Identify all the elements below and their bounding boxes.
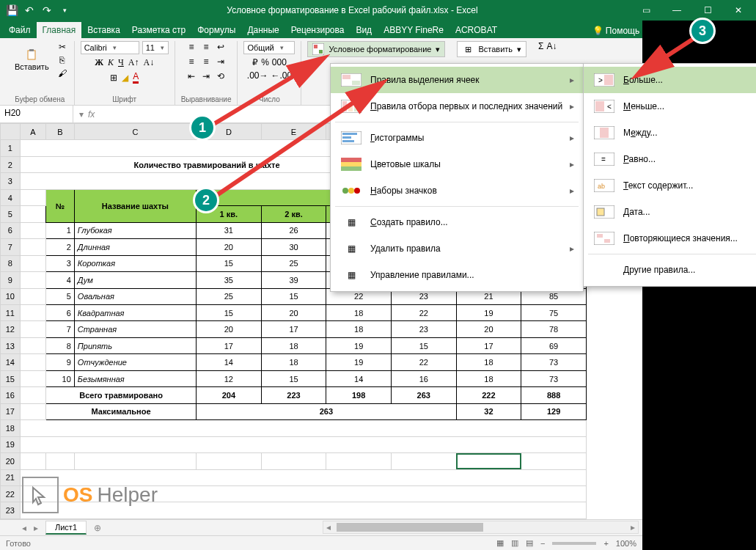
align-center-icon[interactable]: ≡ xyxy=(200,56,212,67)
submenu-duplicate-values[interactable]: Повторяющиеся значения... xyxy=(584,225,756,252)
percent-icon[interactable]: % xyxy=(261,57,269,67)
active-cell[interactable] xyxy=(456,453,521,469)
align-mid-icon[interactable]: ≡ xyxy=(200,41,212,53)
submenu-equal-to[interactable]: = Равно... xyxy=(584,146,756,172)
minimize-button[interactable]: — xyxy=(662,1,691,19)
comma-icon[interactable]: 000 xyxy=(272,57,287,67)
save-button[interactable]: 💾 xyxy=(4,3,19,18)
col-header[interactable]: E xyxy=(261,124,326,140)
tab-insert[interactable]: Вставка xyxy=(81,22,126,38)
col-header[interactable]: A xyxy=(20,124,45,140)
menu-color-scales[interactable]: Цветовые шкалы▸ xyxy=(331,151,583,177)
bold-button[interactable]: Ж xyxy=(95,57,103,68)
svg-text:>: > xyxy=(598,76,603,84)
highlight-cells-submenu: > Больше... < Меньше... Между... = Равно… xyxy=(583,63,756,287)
underline-button[interactable]: Ч xyxy=(118,57,124,68)
fill-color-icon[interactable]: ◢ xyxy=(122,73,128,83)
ribbon-options-icon[interactable]: ▭ xyxy=(631,1,661,19)
sheet-nav-prev[interactable]: ◂ xyxy=(22,523,26,533)
submenu-greater-than[interactable]: > Больше... xyxy=(584,67,756,93)
zoom-in-button[interactable]: + xyxy=(603,539,608,548)
font-color-icon[interactable]: A xyxy=(133,71,139,84)
zoom-out-button[interactable]: − xyxy=(540,539,545,548)
databars-icon xyxy=(340,131,363,145)
menu-new-rule[interactable]: ▦Создать правило... xyxy=(331,209,583,235)
tab-file[interactable]: Файл xyxy=(3,22,37,38)
wrap-text-icon[interactable]: ↩ xyxy=(215,41,227,53)
redo-button[interactable]: ↷ xyxy=(40,3,54,18)
submenu-more-rules[interactable]: Другие правила... xyxy=(584,257,756,283)
font-name-combo[interactable]: Calibri xyxy=(81,41,139,54)
zoom-slider[interactable] xyxy=(552,542,596,545)
col-header[interactable]: C xyxy=(74,124,196,140)
col-header[interactable]: B xyxy=(46,124,75,140)
currency-icon[interactable]: ₽ xyxy=(252,57,258,67)
sheet-tab[interactable]: Лист1 xyxy=(45,521,87,535)
align-left-icon[interactable]: ≡ xyxy=(186,56,197,67)
dec-decimal-icon[interactable]: ←.00 xyxy=(271,70,292,81)
sort-filter-icon[interactable]: A↓ xyxy=(547,41,557,51)
fx-icon[interactable]: fx xyxy=(88,109,95,120)
add-sheet-button[interactable]: ⊕ xyxy=(88,521,107,535)
tab-view[interactable]: Вид xyxy=(350,22,378,38)
italic-button[interactable]: К xyxy=(108,57,114,68)
svg-rect-10 xyxy=(348,104,353,111)
tab-abbyy[interactable]: ABBYY FineRe xyxy=(378,22,449,38)
qat-dropdown[interactable]: ▾ xyxy=(57,3,72,18)
tab-acrobat[interactable]: ACROBAT xyxy=(449,22,503,38)
submenu-text-contains[interactable]: ab Текст содержит... xyxy=(584,172,756,199)
fx-dropdown-icon[interactable]: ▾ xyxy=(79,109,84,120)
horizontal-scrollbar[interactable]: ◂▸ xyxy=(323,521,639,534)
conditional-formatting-button[interactable]: Условное форматирование▾ xyxy=(307,41,445,57)
maximize-button[interactable]: ☐ xyxy=(693,1,722,19)
menu-icon-sets[interactable]: Наборы значков▸ xyxy=(331,177,583,204)
indent-dec-icon[interactable]: ⇤ xyxy=(186,70,197,82)
zoom-level[interactable]: 100% xyxy=(616,539,636,548)
undo-button[interactable]: ↶ xyxy=(22,3,37,18)
sheet-nav-next[interactable]: ▸ xyxy=(34,523,38,533)
tab-formulas[interactable]: Формулы xyxy=(191,22,241,38)
submenu-less-than[interactable]: < Меньше... xyxy=(584,93,756,120)
inc-decimal-icon[interactable]: .00→ xyxy=(247,70,268,81)
svg-rect-14 xyxy=(342,136,351,139)
tell-me[interactable]: 💡 Помощь xyxy=(592,26,639,36)
tab-review[interactable]: Рецензирова xyxy=(285,22,351,38)
new-rule-icon: ▦ xyxy=(340,215,363,230)
view-break-icon[interactable]: ▤ xyxy=(526,538,533,548)
tab-home[interactable]: Главная xyxy=(37,22,82,38)
view-normal-icon[interactable]: ▦ xyxy=(496,538,504,548)
align-top-icon[interactable]: ≡ xyxy=(186,41,197,53)
submenu-date-occurring[interactable]: Дата... xyxy=(584,199,756,225)
insert-cells-button[interactable]: ⊞ Вставить▾ xyxy=(457,41,526,57)
menu-top-bottom[interactable]: Правила отбора первых и последних значен… xyxy=(331,93,583,120)
indent-inc-icon[interactable]: ⇥ xyxy=(200,70,212,82)
menu-manage-rules[interactable]: ▦Управление правилами... xyxy=(331,262,583,288)
close-button[interactable]: ✕ xyxy=(724,1,753,19)
font-size-combo[interactable]: 11 xyxy=(142,41,169,54)
tab-data[interactable]: Данные xyxy=(241,22,285,38)
menu-clear-rules[interactable]: ▦Удалить правила▸ xyxy=(331,235,583,262)
increase-font-icon[interactable]: A↑ xyxy=(128,57,139,68)
cut-icon[interactable]: ✂ xyxy=(56,41,68,53)
merge-icon[interactable]: ⇥ xyxy=(215,56,227,67)
select-all-corner[interactable] xyxy=(1,124,21,140)
submenu-between[interactable]: Между... xyxy=(584,120,756,146)
orientation-icon[interactable]: ⟲ xyxy=(215,70,227,82)
borders-icon[interactable]: ⊞ xyxy=(110,73,117,83)
format-painter-icon[interactable]: 🖌 xyxy=(56,67,68,79)
menu-highlight-cells[interactable]: Правила выделения ячеек▸ xyxy=(331,67,583,93)
paste-button[interactable]: Вставить xyxy=(12,46,52,74)
svg-rect-29 xyxy=(600,128,609,138)
tab-layout[interactable]: Разметка стр xyxy=(126,22,191,38)
iconsets-icon xyxy=(340,183,363,198)
decrease-font-icon[interactable]: A↓ xyxy=(143,57,154,68)
svg-rect-3 xyxy=(314,45,318,48)
view-page-icon[interactable]: ▥ xyxy=(511,538,518,548)
name-box[interactable]: H20 xyxy=(0,106,73,122)
menu-data-bars[interactable]: Гистограммы▸ xyxy=(331,125,583,151)
svg-rect-26 xyxy=(595,101,604,111)
watermark: OSHelper xyxy=(22,477,158,513)
copy-icon[interactable]: ⎘ xyxy=(56,54,68,66)
number-format-combo[interactable]: Общий xyxy=(243,41,295,54)
autosum-icon[interactable]: Σ xyxy=(538,41,543,51)
